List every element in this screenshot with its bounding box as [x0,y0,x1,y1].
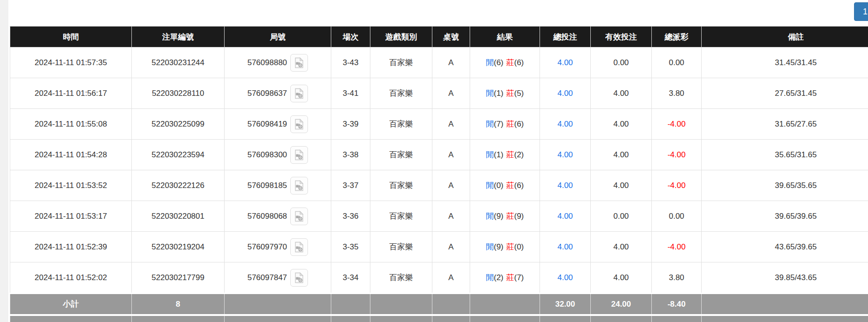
banker-result-label: 莊 [506,273,514,282]
player-result-label: 閒 [486,120,494,128]
player-result-label: 閒 [486,181,494,190]
cell-result: 閒(6)莊(6) [470,47,540,78]
banker-result-score: (5) [514,89,524,98]
cell-total-bet: 4.00 [540,140,591,170]
cell-time: 2024-11-11 01:55:08 [10,109,132,140]
video-replay-button[interactable] [290,208,308,225]
banker-result-score: (6) [514,181,524,190]
cell-table-no: A [432,47,470,78]
cell-valid-bet: 0.00 [591,47,652,78]
cell-payout: -4.00 [652,109,702,140]
total-bet-link[interactable]: 4.00 [557,212,573,221]
total-bet-link[interactable]: 4.00 [557,89,573,98]
cell-session: 3-41 [331,78,370,109]
col-result: 結果 [470,27,540,47]
round-id-text: 576098419 [247,120,287,129]
video-file-icon [294,88,305,99]
cell-payout: 3.80 [652,78,702,109]
cell-session: 3-36 [331,201,370,232]
cell-bet-id: 522030222126 [132,170,225,201]
cell-bet-id: 522030225099 [132,109,225,140]
subtotal-empty-cell [702,294,868,315]
subtotal-count: 8 [132,294,225,315]
video-replay-button[interactable] [290,269,308,287]
subtotal-empty-cell [225,294,331,315]
cell-time: 2024-11-11 01:56:17 [10,78,132,109]
cell-total-bet: 4.00 [540,109,591,140]
player-result-label: 閒 [486,273,494,282]
cell-result: 閒(7)莊(6) [470,109,540,140]
cell-bet-id: 522030228110 [132,78,225,109]
table-row: 2024-11-11 01:53:52 522030222126 5760981… [10,170,868,201]
subtotal-label: 小計 [10,294,132,315]
cell-total-bet: 4.00 [540,201,591,232]
cell-time: 2024-11-11 01:53:52 [10,170,132,201]
banker-result-score: (6) [514,58,524,67]
table-row: 2024-11-11 01:56:17 522030228110 5760986… [10,78,868,109]
betting-records-table-container: 時間 注單編號 局號 場次 遊戲類別 桌號 結果 總投注 有效投注 總派彩 備註… [10,26,868,322]
cell-remark: 39.85/43.65 [702,262,868,294]
total-bet-link[interactable]: 4.00 [557,273,573,282]
cell-round-id: 576097847 [225,262,331,294]
video-replay-button[interactable] [290,54,308,72]
cell-result: 閒(9)莊(9) [470,201,540,232]
video-replay-button[interactable] [290,146,308,164]
video-file-icon [294,180,305,191]
video-replay-button[interactable] [290,85,308,102]
banker-result-score: (7) [514,273,524,282]
cell-remark: 31.65/27.65 [702,109,868,140]
total-bet-link[interactable]: 4.00 [557,120,573,128]
video-replay-button[interactable] [290,115,308,133]
total-bet-link[interactable]: 4.00 [557,150,573,159]
player-result-score: (9) [494,212,504,221]
cell-result: 閒(9)莊(0) [470,232,540,262]
cell-round-id: 576097970 [225,232,331,262]
cell-table-no: A [432,78,470,109]
cell-valid-bet: 4.00 [591,262,652,294]
betting-records-table: 時間 注單編號 局號 場次 遊戲類別 桌號 結果 總投注 有效投注 總派彩 備註… [10,26,868,322]
col-valid-bet: 有效投注 [591,27,652,47]
subtotal-empty-cell [370,294,432,315]
col-game-type: 遊戲類別 [370,27,432,47]
video-file-icon [294,211,305,222]
subtotal-valid-bet: 24.00 [591,294,652,315]
cell-payout: 0.00 [652,201,702,232]
subtotal-row: 小計 8 32.00 24.00 -8.40 [10,294,868,315]
cell-time: 2024-11-11 01:57:35 [10,47,132,78]
video-replay-button[interactable] [290,177,308,195]
cell-game-type: 百家樂 [370,78,432,109]
cell-bet-id: 522030217799 [132,262,225,294]
banker-result-label: 莊 [506,181,514,190]
total-bet-link[interactable]: 4.00 [557,181,573,190]
cell-valid-bet: 4.00 [591,170,652,201]
video-replay-button[interactable] [290,238,308,256]
subtotal-total-bet: 32.00 [540,294,591,315]
cell-result: 閒(1)莊(2) [470,140,540,170]
pagination-page-1-button[interactable]: 1 [854,2,868,21]
subtotal-empty-cell [331,294,370,315]
cell-total-bet: 4.00 [540,47,591,78]
player-result-label: 閒 [486,58,494,67]
table-row: 2024-11-11 01:55:08 522030225099 5760984… [10,109,868,140]
col-bet-id: 注單編號 [132,27,225,47]
cell-table-no: A [432,232,470,262]
cell-valid-bet: 0.00 [591,201,652,232]
cell-game-type: 百家樂 [370,140,432,170]
cell-round-id: 576098419 [225,109,331,140]
round-id-text: 576098637 [247,89,287,98]
cell-valid-bet: 4.00 [591,140,652,170]
video-file-icon [294,149,305,161]
banker-result-score: (0) [514,242,524,251]
total-bet-link[interactable]: 4.00 [557,242,573,251]
cell-remark: 39.65/35.65 [702,170,868,201]
table-row: 2024-11-11 01:57:35 522030231244 5760988… [10,47,868,78]
subtotal-payout: -8.40 [652,294,702,315]
player-result-score: (0) [494,181,504,190]
total-bet-link[interactable]: 4.00 [557,58,573,67]
table-row: 2024-11-11 01:54:28 522030223594 5760983… [10,140,868,170]
cell-remark: 39.65/39.65 [702,201,868,232]
cell-remark: 43.65/39.65 [702,232,868,262]
cell-remark: 35.65/31.65 [702,140,868,170]
player-result-score: (9) [494,242,504,251]
banker-result-label: 莊 [506,212,514,221]
